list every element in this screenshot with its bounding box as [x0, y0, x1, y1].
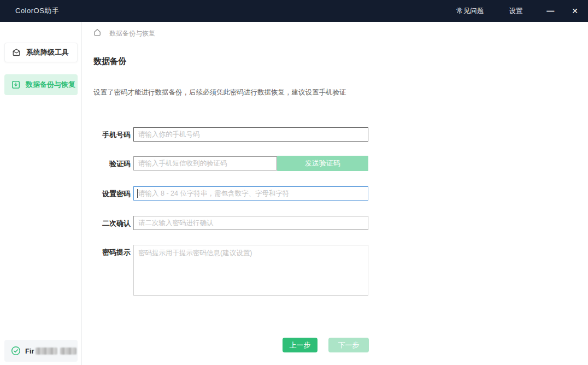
main-content: 数据备份与恢复 数据备份 设置了密码才能进行数据备份，后续必须凭此密码进行数据恢…: [82, 22, 588, 365]
close-icon[interactable]: ✕: [572, 7, 578, 15]
confirm-password-input[interactable]: [133, 216, 368, 230]
password-hint-textarea[interactable]: [133, 245, 368, 296]
text-caret: [137, 189, 138, 198]
breadcrumb: 数据备份与恢复: [93, 28, 155, 39]
sidebar-item-label: 系统降级工具: [26, 48, 69, 57]
redacted-text: [36, 348, 57, 355]
password-label: 设置密码: [82, 189, 131, 199]
next-step-button[interactable]: 下一步: [328, 338, 369, 352]
sidebar: 系统降级工具 数据备份与恢复: [0, 22, 82, 365]
password-hint-label: 密码提示: [82, 248, 131, 257]
previous-step-button[interactable]: 上一步: [283, 338, 317, 352]
code-label: 验证码: [82, 159, 131, 169]
titlebar: ColorOS助手 常见问题 设置 — ✕: [0, 0, 588, 22]
minimize-icon[interactable]: —: [546, 7, 554, 15]
app-window: ColorOS助手 常见问题 设置 — ✕ 系统降级工具: [0, 0, 588, 365]
settings-menu-item[interactable]: 设置: [509, 7, 522, 16]
phone-label: 手机号码: [82, 130, 131, 140]
account-name: Fir: [25, 347, 34, 355]
app-title: ColorOS助手: [15, 6, 59, 16]
send-code-button[interactable]: 发送验证码: [277, 156, 368, 171]
code-input[interactable]: [133, 156, 277, 170]
faq-menu-item[interactable]: 常见问题: [456, 7, 484, 16]
page-description: 设置了密码才能进行数据备份，后续必须凭此密码进行数据恢复，建议设置手机验证: [93, 88, 346, 97]
password-input[interactable]: [133, 186, 368, 201]
page-title: 数据备份: [93, 56, 126, 67]
check-circle-icon: [11, 346, 21, 356]
sidebar-item-system-downgrade-tool[interactable]: 系统降级工具: [4, 43, 78, 62]
mail-icon: [12, 48, 21, 57]
home-icon[interactable]: [93, 28, 102, 39]
sidebar-item-data-backup-restore[interactable]: 数据备份与恢复: [4, 74, 78, 95]
phone-input[interactable]: [133, 127, 368, 142]
backup-download-icon: [11, 80, 20, 89]
account-status-card[interactable]: Fir: [4, 340, 78, 362]
sidebar-item-label: 数据备份与恢复: [26, 80, 75, 90]
redacted-text: [60, 348, 77, 355]
confirm-password-label: 二次确认: [82, 219, 131, 228]
titlebar-actions: 常见问题 设置 — ✕: [456, 7, 588, 16]
breadcrumb-label: 数据备份与恢复: [109, 29, 155, 38]
